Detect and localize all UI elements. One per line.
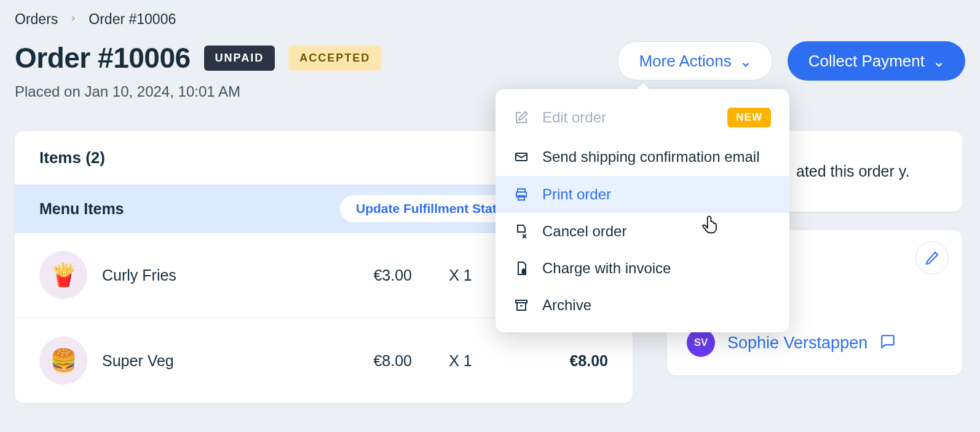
- menu-item-print-order[interactable]: Print order: [496, 176, 789, 213]
- mail-icon: [514, 150, 529, 164]
- cancel-icon: [514, 224, 529, 239]
- more-actions-button[interactable]: More Actions: [617, 41, 772, 81]
- more-actions-menu: Edit order NEW Send shipping confirmatio…: [496, 89, 789, 332]
- archive-icon: [514, 298, 529, 313]
- item-qty: X 1: [427, 266, 494, 284]
- item-price: €8.00: [314, 352, 412, 370]
- svg-text:$: $: [522, 268, 525, 274]
- more-actions-label: More Actions: [639, 52, 731, 71]
- menu-item-cancel-order[interactable]: Cancel order: [496, 213, 789, 250]
- menu-item-send-shipping[interactable]: Send shipping confirmation email: [496, 137, 789, 176]
- item-thumbnail: 🍟: [39, 251, 87, 299]
- menu-item-label: Send shipping confirmation email: [542, 147, 760, 166]
- menu-items-label: Menu Items: [39, 200, 124, 218]
- chevron-right-icon: [69, 13, 77, 26]
- breadcrumb-root[interactable]: Orders: [15, 11, 58, 28]
- item-qty: X 1: [427, 352, 494, 370]
- item-thumbnail: 🍔: [39, 337, 87, 385]
- collect-payment-label: Collect Payment: [808, 52, 925, 71]
- menu-item-charge-invoice[interactable]: $ Charge with invoice: [496, 250, 789, 287]
- menu-item-label: Print order: [542, 186, 611, 203]
- breadcrumb: Orders Order #10006: [15, 11, 965, 28]
- menu-item-edit-order: Edit order NEW: [496, 98, 789, 137]
- print-icon: [514, 187, 529, 202]
- menu-item-label: Charge with invoice: [542, 260, 671, 277]
- menu-item-label: Edit order: [542, 109, 606, 126]
- menu-item-label: Archive: [542, 297, 591, 314]
- placed-on-text: Placed on Jan 10, 2024, 10:01 AM: [15, 83, 381, 100]
- item-total: €8.00: [509, 352, 608, 370]
- menu-item-label: Cancel order: [542, 223, 626, 240]
- breadcrumb-current: Order #10006: [89, 11, 176, 28]
- item-price: €3.00: [314, 266, 412, 284]
- contact-name-link[interactable]: Sophie Verstappen: [727, 334, 867, 353]
- chevron-down-icon: [933, 55, 944, 66]
- avatar: SV: [687, 329, 715, 357]
- new-badge: NEW: [727, 108, 771, 127]
- chevron-down-icon: [740, 55, 751, 66]
- status-badge-accepted: ACCEPTED: [288, 46, 381, 71]
- invoice-icon: $: [514, 261, 529, 276]
- chat-icon[interactable]: [880, 334, 896, 352]
- page-title: Order #10006: [15, 41, 191, 74]
- item-name: Super Veg: [102, 352, 299, 370]
- edit-icon: [514, 110, 529, 125]
- item-name: Curly Fries: [102, 266, 299, 284]
- menu-item-archive[interactable]: Archive: [496, 287, 789, 324]
- collect-payment-button[interactable]: Collect Payment: [788, 41, 965, 81]
- edit-button[interactable]: [915, 241, 949, 274]
- status-badge-unpaid: UNPAID: [204, 46, 275, 71]
